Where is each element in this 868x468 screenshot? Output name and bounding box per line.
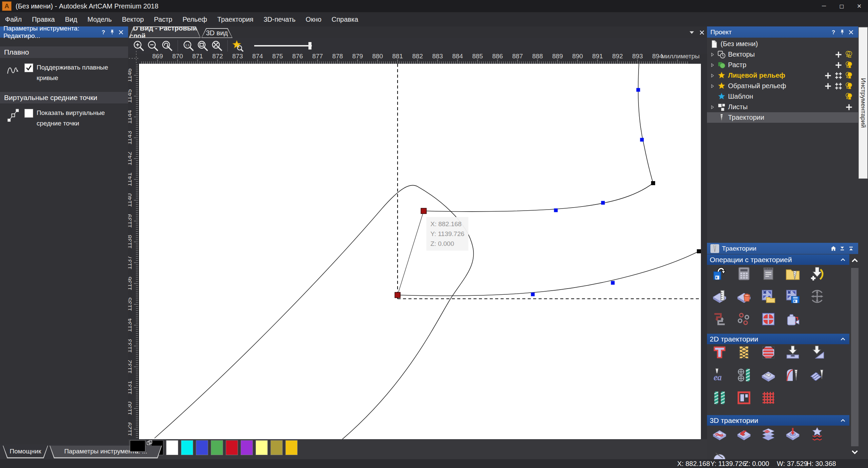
palette-swatch-6[interactable]: [226, 440, 238, 455]
minimize-button[interactable]: ─: [815, 0, 833, 12]
menu-Рельеф[interactable]: Рельеф: [177, 16, 212, 23]
zoom-slider-track[interactable]: [254, 45, 312, 46]
menu-Вектор[interactable]: Вектор: [117, 16, 149, 23]
section-header-3[interactable]: 3D траектории: [707, 415, 849, 426]
add-multi-icon[interactable]: [834, 82, 843, 91]
project-panel-header[interactable]: Проект ?: [707, 26, 858, 38]
add-icon[interactable]: [845, 103, 853, 112]
texture-grid-icon[interactable]: [761, 390, 776, 406]
bezier-control-point[interactable]: [531, 88, 644, 296]
pin-icon[interactable]: [108, 28, 116, 36]
tree-item-4[interactable]: Лицевой рельеф: [707, 70, 858, 81]
tool-options-header[interactable]: Параметры инструмента: Редактиро... ?: [0, 26, 128, 38]
chevron-up-icon[interactable]: [850, 256, 859, 265]
menu-Траектория[interactable]: Траектория: [212, 16, 259, 23]
section-header-2[interactable]: 2D траектории: [707, 334, 849, 344]
menu-Модель[interactable]: Модель: [82, 16, 117, 23]
bevel-carve-icon[interactable]: [809, 345, 825, 360]
thread-mill-icon[interactable]: [712, 390, 727, 406]
bulb-off-icon[interactable]: [845, 50, 853, 59]
expand-arrow-icon[interactable]: [710, 62, 715, 68]
area-clear-icon[interactable]: [761, 345, 776, 360]
expand-arrow-icon[interactable]: [710, 104, 715, 110]
menu-Справка[interactable]: Справка: [326, 16, 363, 23]
add-icon[interactable]: [834, 61, 843, 70]
tree-item-7[interactable]: Листы: [707, 102, 858, 112]
toolpath-calculator-icon[interactable]: [736, 266, 752, 281]
pin-icon[interactable]: [839, 28, 846, 36]
drag-knife-icon[interactable]: [736, 311, 752, 327]
zoom-selected-icon[interactable]: [232, 40, 244, 52]
profile-toolpath-icon[interactable]: [712, 345, 727, 360]
palette-swatch-4[interactable]: [196, 440, 208, 455]
menu-Файл[interactable]: Файл: [0, 16, 27, 23]
section-collapse-icon[interactable]: [839, 335, 847, 343]
help-icon[interactable]: ?: [100, 28, 107, 36]
palette-swatch-2[interactable]: [166, 440, 178, 455]
expand-arrow-icon[interactable]: [710, 52, 715, 57]
inlay-icon[interactable]: [761, 367, 776, 383]
tree-item-8[interactable]: Траектории: [707, 112, 858, 123]
checkbox-0[interactable]: [24, 63, 33, 72]
dock-up-icon[interactable]: [847, 245, 855, 252]
tree-item-6[interactable]: Шаблон: [707, 91, 858, 102]
chevron-down-icon[interactable]: [850, 448, 859, 456]
checkbox-1[interactable]: [24, 109, 33, 118]
add-icon[interactable]: [824, 71, 832, 80]
z-roughing-icon[interactable]: [712, 426, 727, 442]
engraving-icon[interactable]: ea: [712, 367, 727, 383]
palette-swatch-5[interactable]: [211, 440, 223, 455]
add-icon[interactable]: [824, 82, 832, 91]
primary-color-swatch[interactable]: [130, 440, 145, 452]
zoom-window-icon[interactable]: [197, 40, 209, 52]
help-icon[interactable]: ?: [830, 28, 837, 36]
view-tab-2[interactable]: 3D вид: [201, 28, 233, 38]
quadrant-icon[interactable]: [761, 311, 776, 327]
section-header-1[interactable]: Операции с траекторией: [707, 254, 849, 265]
link-pages-icon[interactable]: [146, 439, 153, 447]
zoom-slider-handle[interactable]: [308, 42, 311, 50]
section-collapse-icon[interactable]: [839, 256, 847, 264]
frame-icon[interactable]: [736, 390, 752, 406]
zoom-1to1-icon[interactable]: 1:1: [182, 40, 195, 52]
palette-swatch-8[interactable]: [256, 440, 268, 455]
menu-Окно[interactable]: Окно: [301, 16, 326, 23]
expand-arrow-icon[interactable]: [710, 83, 715, 89]
area-hatch-icon[interactable]: [736, 345, 752, 360]
scrollbar-track[interactable]: [851, 268, 859, 446]
palette-swatch-3[interactable]: [181, 440, 193, 455]
close-button[interactable]: ✕: [850, 0, 868, 12]
drilling-icon[interactable]: [736, 367, 752, 383]
home-icon[interactable]: [830, 245, 837, 252]
zoom-slider[interactable]: [254, 42, 312, 50]
tree-item-5[interactable]: Обратный рельеф: [707, 81, 858, 91]
tree-item-1[interactable]: (Без имени): [707, 39, 858, 49]
bulb-on-icon[interactable]: [845, 61, 853, 70]
toolpath-folder-icon[interactable]: [785, 266, 801, 281]
tab-menu-icon[interactable]: [688, 29, 695, 36]
delete-toolpath-icon[interactable]: [736, 289, 752, 304]
save-template-icon[interactable]: [785, 289, 801, 304]
close-icon[interactable]: [698, 29, 706, 36]
transform-toolpath-icon[interactable]: [809, 289, 825, 304]
toolpath-notes-icon[interactable]: [761, 266, 776, 281]
bulb-on-icon[interactable]: [845, 92, 853, 101]
drill-3d-icon[interactable]: [785, 426, 801, 442]
menu-3D-печать[interactable]: 3D-печать: [259, 16, 301, 23]
close-icon[interactable]: [117, 28, 125, 36]
laminate-icon[interactable]: [809, 426, 825, 442]
material-setup-icon[interactable]: [712, 289, 727, 304]
node-point[interactable]: [651, 181, 701, 253]
bottom-tab-1[interactable]: Помощник: [3, 445, 48, 458]
close-icon[interactable]: [847, 28, 855, 36]
menu-Вид[interactable]: Вид: [60, 16, 82, 23]
tree-item-3[interactable]: Растр: [707, 60, 858, 70]
nest-toolpath-icon[interactable]: [712, 311, 727, 327]
view-tab-1[interactable]: 2D Вид - Растровый слой: [129, 26, 201, 38]
add-icon[interactable]: [834, 50, 843, 59]
raster-machining-icon[interactable]: [809, 367, 825, 383]
import-toolpath-icon[interactable]: [809, 266, 825, 281]
expand-arrow-icon[interactable]: [710, 73, 715, 78]
drawing-canvas[interactable]: X: 882.168 Y: 1139.726 Z: 0.000: [138, 64, 701, 440]
bulb-on-icon[interactable]: [845, 71, 853, 80]
